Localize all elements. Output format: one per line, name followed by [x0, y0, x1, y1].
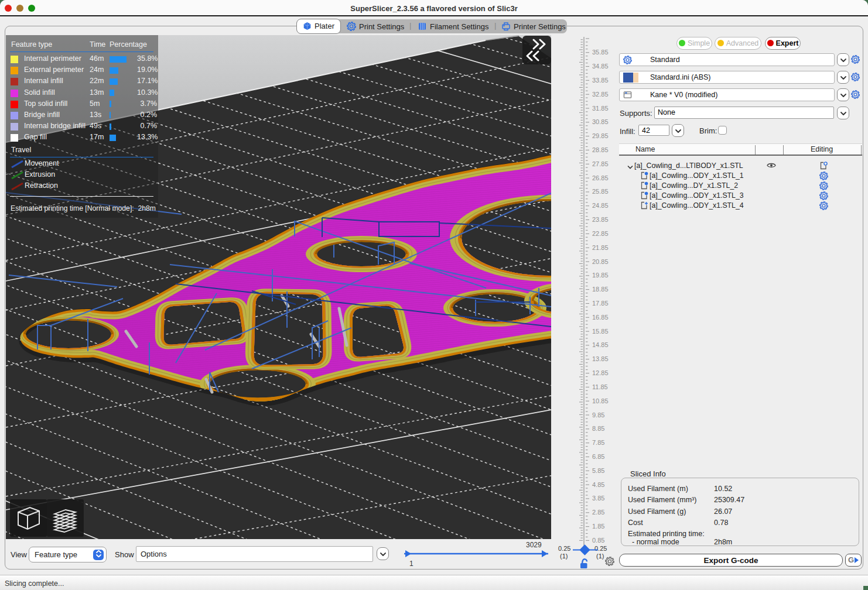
svg-text:21.85: 21.85: [592, 244, 609, 251]
svg-text:11.85: 11.85: [592, 383, 608, 390]
svg-text:18.85: 18.85: [592, 286, 609, 293]
svg-text:32.85: 32.85: [592, 91, 609, 98]
svg-text:3.85: 3.85: [592, 495, 604, 502]
svg-text:13.85: 13.85: [592, 355, 609, 362]
svg-text:22.85: 22.85: [592, 230, 609, 237]
svg-text:26.85: 26.85: [592, 174, 609, 181]
svg-text:12.85: 12.85: [592, 369, 609, 376]
svg-text:20.85: 20.85: [592, 258, 609, 265]
svg-text:9.85: 9.85: [592, 411, 604, 419]
svg-text:6.85: 6.85: [592, 453, 604, 460]
svg-text:19.85: 19.85: [592, 272, 609, 279]
svg-text:24.85: 24.85: [592, 202, 609, 209]
svg-text:25.85: 25.85: [592, 188, 609, 195]
svg-text:27.85: 27.85: [592, 160, 609, 167]
svg-text:33.85: 33.85: [592, 77, 609, 84]
svg-text:1.85: 1.85: [592, 523, 604, 530]
svg-text:7.85: 7.85: [592, 439, 604, 446]
svg-text:5.85: 5.85: [592, 467, 604, 474]
svg-text:15.85: 15.85: [592, 328, 609, 335]
svg-text:14.85: 14.85: [592, 341, 609, 348]
svg-text:10.85: 10.85: [592, 397, 609, 404]
svg-text:4.85: 4.85: [592, 481, 604, 488]
svg-text:29.85: 29.85: [592, 132, 609, 139]
svg-text:23.85: 23.85: [592, 216, 609, 223]
svg-text:16.85: 16.85: [592, 314, 609, 321]
svg-text:31.85: 31.85: [592, 105, 609, 112]
svg-text:2.85: 2.85: [592, 509, 604, 516]
svg-text:30.85: 30.85: [592, 118, 609, 125]
svg-text:17.85: 17.85: [592, 300, 609, 307]
svg-text:8.85: 8.85: [592, 425, 604, 432]
svg-text:35.85: 35.85: [592, 49, 609, 56]
svg-text:28.85: 28.85: [592, 146, 609, 153]
svg-text:34.85: 34.85: [592, 63, 609, 70]
